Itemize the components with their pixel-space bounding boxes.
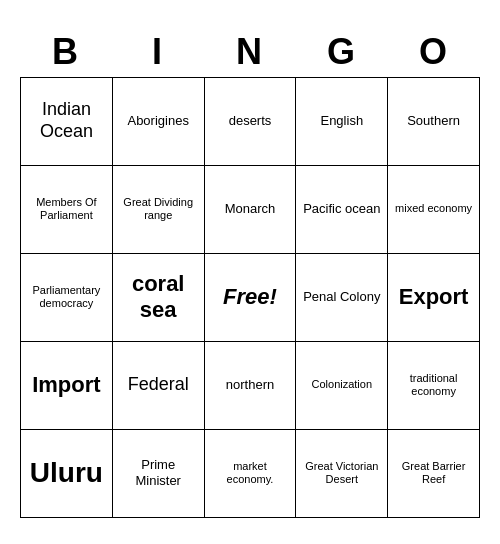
cell-r3-c2: northern xyxy=(205,342,297,430)
cell-r4-c1: Prime Minister xyxy=(113,430,205,518)
cell-text: Monarch xyxy=(225,201,276,217)
cell-text: Aborigines xyxy=(127,113,188,129)
cell-r2-c2: Free! xyxy=(205,254,297,342)
cell-text: Penal Colony xyxy=(303,289,380,305)
cell-r4-c0: Uluru xyxy=(21,430,113,518)
cell-r0-c4: Southern xyxy=(388,78,480,166)
cell-text: Southern xyxy=(407,113,460,129)
cell-r2-c3: Penal Colony xyxy=(296,254,388,342)
cell-r0-c2: deserts xyxy=(205,78,297,166)
header-letter: G xyxy=(296,27,388,77)
cell-text: Import xyxy=(32,372,100,398)
cell-text: northern xyxy=(226,377,274,393)
cell-r0-c1: Aborigines xyxy=(113,78,205,166)
cell-r2-c0: Parliamentary democracy xyxy=(21,254,113,342)
cell-text: market economy. xyxy=(209,460,292,486)
cell-text: Members Of Parliament xyxy=(25,196,108,222)
header-letter: B xyxy=(20,27,112,77)
cell-text: Export xyxy=(399,284,469,310)
cell-text: Prime Minister xyxy=(117,457,200,488)
cell-r1-c1: Great Dividing range xyxy=(113,166,205,254)
cell-r1-c4: mixed economy xyxy=(388,166,480,254)
cell-text: Great Barrier Reef xyxy=(392,460,475,486)
cell-text: deserts xyxy=(229,113,272,129)
cell-r3-c4: traditional economy xyxy=(388,342,480,430)
cell-text: Parliamentary democracy xyxy=(25,284,108,310)
cell-r2-c1: coral sea xyxy=(113,254,205,342)
bingo-grid: Indian OceanAboriginesdesertsEnglishSout… xyxy=(20,77,480,518)
cell-text: Colonization xyxy=(312,378,373,391)
cell-text: Indian Ocean xyxy=(25,99,108,142)
cell-r1-c3: Pacific ocean xyxy=(296,166,388,254)
cell-text: mixed economy xyxy=(395,202,472,215)
cell-text: English xyxy=(320,113,363,129)
cell-r1-c0: Members Of Parliament xyxy=(21,166,113,254)
cell-text: Federal xyxy=(128,374,189,396)
cell-r0-c3: English xyxy=(296,78,388,166)
cell-r4-c3: Great Victorian Desert xyxy=(296,430,388,518)
cell-r3-c3: Colonization xyxy=(296,342,388,430)
cell-r3-c1: Federal xyxy=(113,342,205,430)
cell-r4-c2: market economy. xyxy=(205,430,297,518)
cell-r4-c4: Great Barrier Reef xyxy=(388,430,480,518)
cell-text: Great Dividing range xyxy=(117,196,200,222)
header-letter: I xyxy=(112,27,204,77)
header-letter: N xyxy=(204,27,296,77)
cell-text: coral sea xyxy=(117,271,200,324)
bingo-card: BINGO Indian OceanAboriginesdesertsEngli… xyxy=(20,27,480,518)
cell-r2-c4: Export xyxy=(388,254,480,342)
cell-r1-c2: Monarch xyxy=(205,166,297,254)
cell-text: traditional economy xyxy=(392,372,475,398)
header-letter: O xyxy=(388,27,480,77)
cell-text: Pacific ocean xyxy=(303,201,380,217)
cell-text: Great Victorian Desert xyxy=(300,460,383,486)
cell-r0-c0: Indian Ocean xyxy=(21,78,113,166)
cell-r3-c0: Import xyxy=(21,342,113,430)
bingo-header: BINGO xyxy=(20,27,480,77)
cell-text: Uluru xyxy=(30,456,103,490)
cell-text: Free! xyxy=(223,284,277,310)
